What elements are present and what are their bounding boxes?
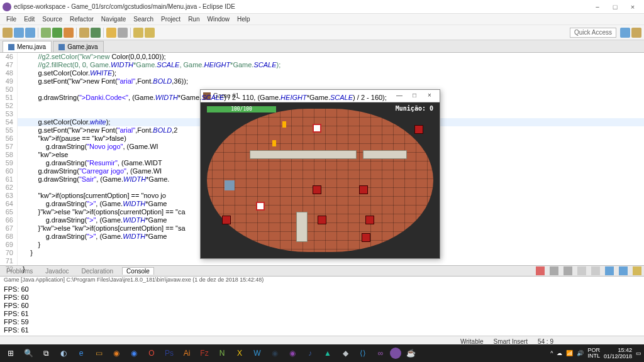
tray-notifications-icon[interactable]: ▭ [636, 350, 641, 356]
code-editor[interactable]: 4647484950515253545556575859606162636465… [0, 53, 644, 265]
menu-search[interactable]: Search [130, 16, 157, 23]
menu-refactor[interactable]: Refactor [66, 16, 97, 23]
code-area[interactable]: //g2.setColor("kw">new Color(0,0,0,100))… [18, 53, 644, 265]
filezilla-icon[interactable]: Fz [196, 346, 213, 361]
tray-volume-icon[interactable]: 🔊 [577, 350, 584, 356]
open-type-icon[interactable] [106, 28, 116, 38]
tray-date: 01/12/2018 [604, 353, 632, 359]
tray-wifi-icon[interactable]: 📶 [566, 350, 573, 356]
explorer-icon[interactable]: ▭ [91, 346, 107, 361]
tab-label: Game.java [67, 43, 97, 50]
xampp-icon[interactable]: X [231, 346, 248, 361]
task-view-icon[interactable]: ⧉ [38, 346, 54, 361]
debug-icon[interactable] [41, 28, 51, 38]
vscode-icon[interactable]: ⟨⟩ [355, 346, 371, 361]
java-file-icon [8, 44, 14, 50]
tray-time: 15:42 [604, 347, 632, 353]
menu-source[interactable]: Source [38, 16, 66, 23]
tray-cloud-icon[interactable]: ☁ [557, 350, 562, 356]
console-output[interactable]: FPS: 60FPS: 60FPS: 60FPS: 61FPS: 59FPS: … [0, 285, 644, 336]
eclipse-taskbar-icon[interactable] [390, 348, 401, 359]
firefox-icon[interactable]: ◉ [108, 346, 125, 361]
system-tray[interactable]: ^ ☁ 📶 🔊 PORINTL 15:42 01/12/2018 ▭ [550, 347, 641, 359]
edge-icon[interactable]: e [73, 346, 89, 361]
new-icon[interactable] [3, 28, 13, 38]
perspective-java-icon[interactable] [620, 28, 630, 38]
search-icon[interactable] [118, 28, 128, 38]
window-titlebar: eclipse-workspace - Game_01/src/com/gcst… [0, 0, 644, 14]
menu-edit[interactable]: Edit [20, 16, 38, 23]
coverage-icon[interactable] [64, 28, 74, 38]
notepad-icon[interactable]: N [214, 346, 230, 361]
window-maximize-button[interactable]: □ [606, 1, 624, 13]
toolbar: Quick Access [0, 25, 644, 40]
eclipse-icon [3, 3, 11, 11]
back-icon[interactable] [133, 28, 143, 38]
tab-label: Menu.java [17, 43, 46, 50]
word-icon[interactable]: W [249, 346, 265, 361]
tray-lang[interactable]: PORINTL [587, 348, 600, 359]
tray-clock[interactable]: 15:42 01/12/2018 [604, 347, 632, 359]
new-class-icon[interactable] [91, 28, 101, 38]
tab-game-java[interactable]: Game.java [53, 41, 103, 52]
photoshop-icon[interactable]: Ps [161, 346, 177, 361]
new-package-icon[interactable] [79, 28, 89, 38]
window-close-button[interactable]: × [624, 1, 641, 13]
java-taskbar-icon[interactable]: ☕ [402, 346, 419, 361]
menubar: File Edit Source Refactor Navigate Searc… [0, 14, 644, 25]
visualstudio-icon[interactable]: ∞ [372, 346, 389, 361]
search-icon[interactable]: 🔍 [20, 346, 36, 361]
menu-help[interactable]: Help [233, 16, 254, 23]
github-icon[interactable]: ◉ [284, 346, 301, 361]
window-title: eclipse-workspace - Game_01/src/com/gcst… [14, 3, 589, 10]
line-gutter: 4647484950515253545556575859606162636465… [0, 53, 18, 265]
menu-window[interactable]: Window [203, 16, 233, 23]
java-file-icon [58, 44, 65, 50]
menu-project[interactable]: Project [157, 16, 184, 23]
save-icon[interactable] [14, 28, 24, 38]
window-minimize-button[interactable]: − [589, 1, 606, 13]
android-icon[interactable]: ▲ [319, 346, 336, 361]
menu-file[interactable]: File [3, 16, 20, 23]
perspective-debug-icon[interactable] [631, 28, 641, 38]
console-header: Game [Java Application] C:\Program Files… [0, 277, 644, 285]
forward-icon[interactable] [145, 28, 155, 38]
tray-chevron-icon[interactable]: ^ [550, 350, 553, 356]
save-all-icon[interactable] [25, 28, 35, 38]
audio-icon[interactable]: ♪ [302, 346, 318, 361]
run-icon[interactable] [52, 28, 62, 38]
chrome-icon[interactable]: ◉ [126, 346, 142, 361]
quick-access-input[interactable]: Quick Access [570, 28, 616, 38]
menu-navigate[interactable]: Navigate [97, 16, 130, 23]
menu-run[interactable]: Run [184, 16, 203, 23]
editor-tabbar: Menu.java Game.java [0, 40, 644, 53]
unity-icon[interactable]: ◆ [337, 346, 353, 361]
tab-menu-java[interactable]: Menu.java [3, 41, 52, 52]
windows-taskbar[interactable]: ⊞ 🔍 ⧉ ◐ e ▭ ◉ ◉ O Ps Ai Fz N X W ◉ ◉ ♪ ▲… [0, 344, 644, 362]
obs-icon[interactable]: ◉ [267, 346, 283, 361]
illustrator-icon[interactable]: Ai [179, 346, 195, 361]
opera-icon[interactable]: O [143, 346, 160, 361]
steam-icon[interactable]: ◐ [55, 346, 72, 361]
start-button[interactable]: ⊞ [3, 346, 19, 361]
